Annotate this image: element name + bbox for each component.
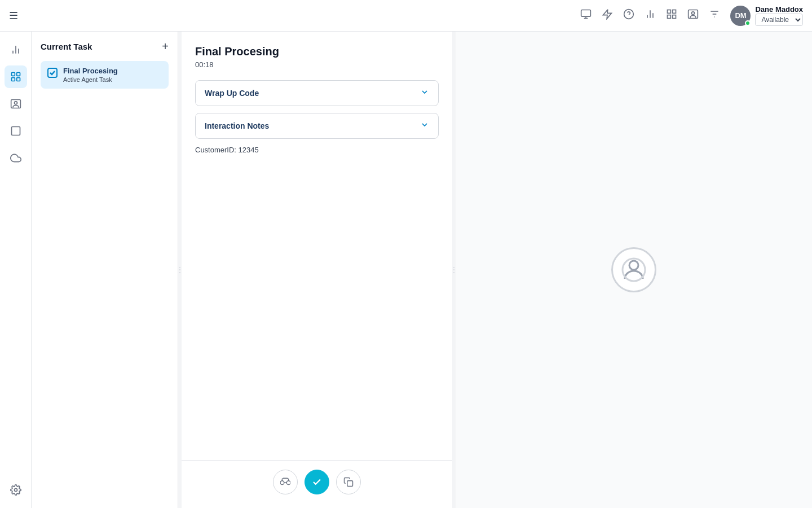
svg-rect-11 (668, 15, 671, 19)
svg-point-13 (692, 12, 695, 15)
sidebar-item-windows[interactable] (5, 120, 27, 142)
add-task-button[interactable]: + (162, 41, 169, 52)
svg-point-29 (286, 481, 290, 485)
svg-rect-26 (11, 127, 20, 135)
interaction-notes-label: Interaction Notes (205, 121, 269, 130)
wrap-up-code-section[interactable]: Wrap Up Code (195, 80, 439, 106)
task-panel: Current Task + Final Procesing Active Ag… (32, 32, 178, 508)
right-panel-avatar-icon (611, 247, 656, 292)
wrap-up-code-label: Wrap Up Code (205, 89, 259, 98)
detail-title: Final Procesing (195, 45, 439, 58)
detail-footer (182, 460, 452, 494)
filter-icon[interactable] (709, 8, 720, 23)
sidebar-item-analytics[interactable] (5, 38, 27, 61)
sidebar-item-contacts[interactable] (5, 93, 27, 115)
sidebar-item-settings[interactable] (5, 479, 27, 501)
sidebar-item-tasks[interactable] (5, 65, 27, 88)
confirm-button[interactable] (304, 470, 329, 494)
sidebar (0, 32, 32, 508)
topnav: ☰ DM Dane Maddox (0, 0, 812, 32)
contact-icon[interactable] (687, 8, 699, 23)
svg-point-32 (629, 261, 638, 270)
layout: Current Task + Final Procesing Active Ag… (0, 32, 812, 508)
task-checkbox (47, 68, 58, 78)
username-label: Dane Maddox (755, 5, 803, 14)
grid-icon[interactable] (666, 8, 677, 23)
svg-rect-21 (16, 73, 20, 76)
chart-icon[interactable] (645, 8, 656, 23)
svg-rect-0 (581, 10, 591, 17)
task-name: Final Procesing (63, 67, 118, 75)
detail-panel: Final Procesing 00:18 Wrap Up Code Inter… (182, 32, 452, 508)
customer-id-label: CustomerID: 12345 (195, 146, 439, 154)
svg-rect-10 (673, 15, 676, 19)
task-info: Final Procesing Active Agent Task (63, 67, 118, 83)
clipboard-button[interactable] (336, 470, 361, 494)
lightning-icon[interactable] (602, 8, 613, 23)
main-content: Current Task + Final Procesing Active Ag… (32, 32, 812, 508)
task-card[interactable]: Final Procesing Active Agent Task (41, 61, 169, 89)
right-panel (456, 32, 812, 508)
svg-rect-9 (673, 10, 676, 14)
menu-icon[interactable]: ☰ (9, 10, 18, 22)
svg-rect-22 (11, 78, 15, 81)
help-icon[interactable] (623, 8, 634, 23)
svg-point-28 (280, 481, 284, 485)
status-select[interactable]: Available Busy Away Offline (755, 14, 803, 26)
interaction-notes-chevron-icon (420, 120, 429, 132)
task-panel-header: Current Task + (41, 41, 169, 52)
binoculars-button[interactable] (273, 470, 298, 494)
task-subtitle: Active Agent Task (63, 76, 118, 83)
svg-rect-20 (11, 73, 15, 76)
task-panel-title: Current Task (41, 42, 92, 51)
avatar[interactable]: DM (730, 6, 751, 26)
screen-icon[interactable] (580, 8, 592, 23)
interaction-notes-section[interactable]: Interaction Notes (195, 113, 439, 139)
wrap-up-chevron-icon (420, 87, 429, 99)
status-dot (745, 20, 751, 26)
detail-timer: 00:18 (195, 60, 439, 69)
svg-point-25 (14, 102, 17, 104)
svg-rect-8 (668, 10, 671, 14)
sidebar-item-cloud[interactable] (5, 147, 27, 169)
user-info: Dane Maddox Available Busy Away Offline (755, 5, 803, 26)
svg-point-27 (14, 489, 17, 492)
svg-rect-23 (16, 78, 20, 81)
svg-rect-31 (347, 481, 353, 487)
